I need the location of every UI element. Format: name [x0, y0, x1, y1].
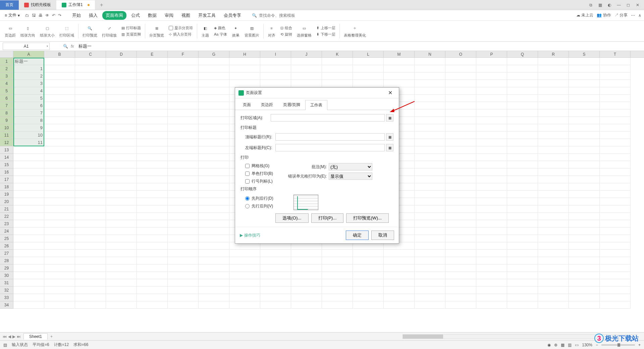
- tab-home[interactable]: 首页: [0, 0, 19, 10]
- cell[interactable]: [199, 301, 229, 309]
- cell[interactable]: [384, 264, 415, 272]
- cell[interactable]: [415, 191, 445, 198]
- cell[interactable]: [229, 272, 260, 279]
- cell[interactable]: [137, 87, 168, 95]
- cell[interactable]: [137, 213, 168, 220]
- col-header[interactable]: I: [260, 51, 291, 57]
- sheet-tab[interactable]: Sheet1: [23, 333, 48, 340]
- cell[interactable]: [229, 72, 260, 80]
- row-header[interactable]: 9: [0, 117, 13, 124]
- minimize-icon[interactable]: —: [616, 2, 622, 8]
- eye-icon[interactable]: ◉: [547, 343, 551, 347]
- cell[interactable]: [199, 154, 229, 161]
- cell[interactable]: [44, 191, 75, 198]
- cell[interactable]: [445, 272, 476, 279]
- cell[interactable]: [415, 117, 445, 124]
- cell[interactable]: [291, 65, 322, 72]
- cell[interactable]: [168, 213, 199, 220]
- cell[interactable]: [507, 250, 538, 257]
- cell[interactable]: [106, 87, 137, 95]
- cell[interactable]: [600, 161, 631, 168]
- cell[interactable]: [569, 102, 600, 109]
- cell[interactable]: [199, 250, 229, 257]
- cell[interactable]: [445, 257, 476, 264]
- row-header[interactable]: 26: [0, 242, 13, 250]
- cell[interactable]: 3: [13, 80, 44, 87]
- cell[interactable]: [106, 294, 137, 301]
- cell[interactable]: [168, 183, 199, 191]
- cell[interactable]: [600, 220, 631, 228]
- cell[interactable]: [199, 176, 229, 183]
- zoom-value[interactable]: 130%: [582, 343, 592, 347]
- rotate-button[interactable]: ⟲旋转: [280, 32, 293, 37]
- expand-icon[interactable]: ∧: [638, 13, 641, 18]
- row-header[interactable]: 3: [0, 72, 13, 80]
- cell[interactable]: [507, 58, 538, 65]
- cell[interactable]: [199, 65, 229, 72]
- cell[interactable]: [445, 146, 476, 154]
- cell[interactable]: [384, 72, 415, 80]
- apps-icon[interactable]: ▦: [597, 2, 603, 8]
- cell[interactable]: [199, 213, 229, 220]
- cell[interactable]: [199, 264, 229, 272]
- cell[interactable]: [75, 294, 106, 301]
- col-header[interactable]: G: [199, 51, 229, 57]
- ribbon-tab-6[interactable]: 视图: [178, 11, 194, 20]
- cell[interactable]: [199, 235, 229, 242]
- cell[interactable]: [445, 287, 476, 294]
- row-header[interactable]: 31: [0, 279, 13, 287]
- sheet-first-icon[interactable]: ⏮: [3, 334, 7, 339]
- row-header[interactable]: 24: [0, 228, 13, 235]
- cell[interactable]: [137, 124, 168, 132]
- cell[interactable]: [445, 124, 476, 132]
- cell[interactable]: [353, 301, 384, 309]
- cell[interactable]: [384, 272, 415, 279]
- cell[interactable]: [445, 154, 476, 161]
- cell[interactable]: [168, 154, 199, 161]
- cell[interactable]: [44, 146, 75, 154]
- cell[interactable]: 1: [13, 65, 44, 72]
- cell[interactable]: [384, 250, 415, 257]
- formula-input[interactable]: [78, 44, 280, 49]
- cell[interactable]: [507, 198, 538, 205]
- cell[interactable]: [199, 272, 229, 279]
- cell[interactable]: [291, 72, 322, 80]
- cell[interactable]: [199, 72, 229, 80]
- cell[interactable]: [569, 65, 600, 72]
- col-header[interactable]: M: [384, 51, 415, 57]
- row-header[interactable]: 13: [0, 146, 13, 154]
- col-header[interactable]: J: [291, 51, 322, 57]
- cell[interactable]: [445, 205, 476, 213]
- save-icon[interactable]: 🖫: [32, 13, 36, 18]
- cell[interactable]: [75, 183, 106, 191]
- cell[interactable]: [600, 72, 631, 80]
- cell[interactable]: [507, 287, 538, 294]
- sheet-next-icon[interactable]: ▶: [12, 334, 15, 339]
- cell[interactable]: [137, 191, 168, 198]
- cell[interactable]: [75, 161, 106, 168]
- cell[interactable]: [600, 58, 631, 65]
- cell[interactable]: [75, 72, 106, 80]
- ribbon-tab-0[interactable]: 开始: [69, 11, 84, 20]
- cell[interactable]: [538, 264, 569, 272]
- cell[interactable]: [476, 272, 507, 279]
- dialog-tab-0[interactable]: 页面: [238, 100, 256, 110]
- cell[interactable]: [137, 205, 168, 213]
- cell[interactable]: [106, 109, 137, 117]
- row-header[interactable]: 8: [0, 109, 13, 117]
- cell[interactable]: [538, 154, 569, 161]
- row-header[interactable]: 21: [0, 205, 13, 213]
- cell[interactable]: [44, 294, 75, 301]
- cell[interactable]: [415, 205, 445, 213]
- sheet-list-icon[interactable]: ▤: [3, 343, 7, 347]
- name-box[interactable]: A1: [3, 43, 50, 50]
- cell[interactable]: [168, 191, 199, 198]
- cell[interactable]: [229, 287, 260, 294]
- cell[interactable]: [353, 272, 384, 279]
- cell[interactable]: [569, 242, 600, 250]
- cell[interactable]: [353, 58, 384, 65]
- cell[interactable]: [260, 264, 291, 272]
- cell[interactable]: [415, 95, 445, 102]
- cell[interactable]: [260, 257, 291, 264]
- cell[interactable]: [476, 301, 507, 309]
